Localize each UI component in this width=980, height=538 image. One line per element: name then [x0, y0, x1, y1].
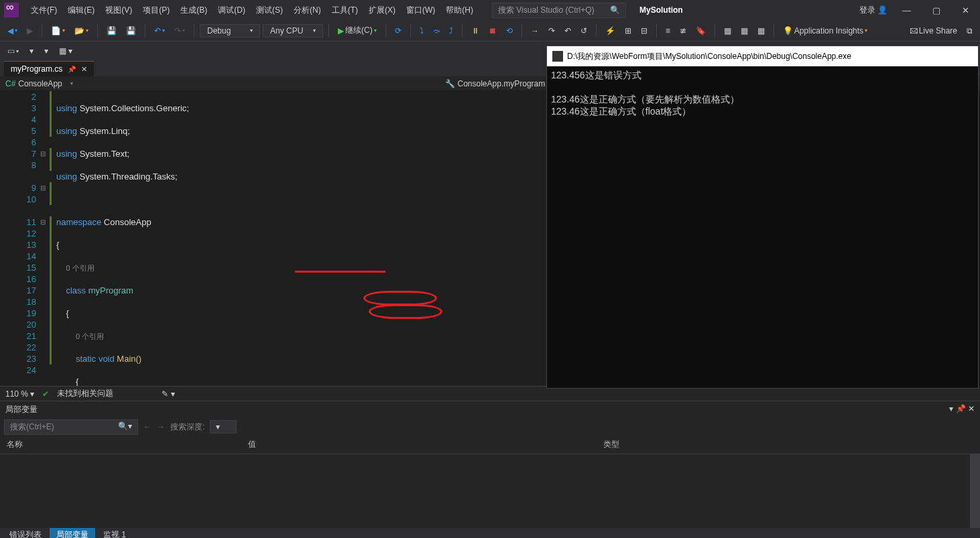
- liveshare-button[interactable]: 🖂 Live Share: [906, 24, 961, 38]
- tb-icon-6[interactable]: ▦: [754, 24, 768, 38]
- panel-pin-icon[interactable]: 📌: [956, 404, 966, 413]
- step-button-2[interactable]: ↶: [561, 24, 574, 38]
- panel-close-icon[interactable]: ✕: [968, 404, 975, 413]
- feedback-button[interactable]: ⧉: [963, 24, 976, 38]
- locals-body[interactable]: [0, 454, 980, 528]
- chevron-down-icon[interactable]: ▾: [66, 80, 77, 86]
- tb-icon-3[interactable]: ⊟: [637, 24, 651, 38]
- tab-close-icon[interactable]: ✕: [81, 65, 87, 74]
- bookmark-button[interactable]: 🔖: [692, 24, 709, 38]
- restart-debug-button[interactable]: ⟲: [503, 24, 516, 38]
- minimize-button[interactable]: —: [896, 3, 918, 18]
- maximize-button[interactable]: ▢: [926, 3, 947, 18]
- menu-window[interactable]: 窗口(W): [401, 2, 440, 19]
- open-file-button[interactable]: 📂▾: [71, 24, 92, 38]
- save-button[interactable]: 💾: [103, 24, 120, 38]
- issues-label: 未找到相关问题: [57, 388, 113, 399]
- panel-controls: ▾ 📌 ✕: [949, 404, 975, 415]
- nav-back-button[interactable]: ◀ ▾: [4, 24, 21, 38]
- step-into-button[interactable]: ⤵: [416, 24, 427, 38]
- stop-button[interactable]: ⏹: [485, 24, 500, 38]
- depth-combo[interactable]: ▾: [210, 420, 237, 433]
- menu-build[interactable]: 生成(B): [175, 2, 212, 19]
- login-link[interactable]: 登录 👤: [859, 5, 887, 16]
- check-icon: ✔: [42, 389, 49, 399]
- nav-prev-icon[interactable]: ←: [143, 422, 151, 431]
- app-insights-button[interactable]: 💡 Application Insights ▾: [780, 24, 871, 38]
- search-placeholder: 搜索 Visual Studio (Ctrl+Q): [498, 5, 595, 16]
- menu-help[interactable]: 帮助(H): [440, 2, 479, 19]
- platform-combo[interactable]: Any CPU▾: [263, 24, 323, 38]
- scrollbar[interactable]: [970, 454, 980, 528]
- save-all-button[interactable]: 💾: [123, 24, 139, 38]
- menu-extensions[interactable]: 扩展(X): [363, 2, 401, 19]
- locals-column-headers: 名称 值 类型: [0, 435, 980, 454]
- menu-edit[interactable]: 编辑(E): [62, 2, 100, 19]
- zoom-combo[interactable]: 110 % ▾: [5, 389, 34, 399]
- undo-button[interactable]: ↶▾: [151, 24, 168, 38]
- col-type[interactable]: 类型: [597, 438, 626, 452]
- console-window[interactable]: D:\我的资源\WebForm项目\MySolution\ConsoleApp\…: [546, 46, 979, 389]
- nav-next-icon[interactable]: →: [157, 422, 165, 431]
- step-over-button[interactable]: ⤼: [430, 24, 443, 38]
- tb-icon-2[interactable]: ⊞: [621, 24, 635, 38]
- comment-button[interactable]: ≡: [662, 24, 674, 38]
- panel-title-text: 局部变量: [5, 404, 38, 415]
- tb-icon-1[interactable]: ⚡: [602, 24, 619, 38]
- menu-tools[interactable]: 工具(T): [326, 2, 363, 19]
- menu-file[interactable]: 文件(F): [25, 2, 62, 19]
- pause-button[interactable]: ⏸: [468, 24, 483, 38]
- close-button[interactable]: ✕: [955, 3, 976, 18]
- menu-analyze[interactable]: 分析(N): [288, 2, 326, 19]
- fold-icon[interactable]: ⊟: [40, 216, 46, 228]
- col-value[interactable]: 值: [241, 438, 597, 452]
- document-tab-active[interactable]: myProgram.cs 📌 ✕: [4, 61, 94, 76]
- menu-view[interactable]: 视图(V): [100, 2, 137, 19]
- tb2-icon[interactable]: ▦ ▾: [56, 44, 76, 58]
- tb-icon-5[interactable]: ▦: [737, 24, 751, 38]
- console-titlebar[interactable]: D:\我的资源\WebForm项目\MySolution\ConsoleApp\…: [547, 46, 978, 66]
- tab-locals[interactable]: 局部变量: [50, 528, 95, 539]
- panel-dropdown-icon[interactable]: ▾: [949, 404, 953, 413]
- redo-button[interactable]: ↷▾: [171, 24, 188, 38]
- search-icon: 🔍▾: [118, 421, 132, 433]
- thread-combo[interactable]: ▾: [26, 44, 37, 58]
- nav-fwd-button[interactable]: ▶: [23, 24, 36, 38]
- pin-icon[interactable]: 📌: [68, 66, 76, 73]
- menu-project[interactable]: 项目(P): [137, 2, 175, 19]
- search-icon: 🔍: [610, 5, 620, 15]
- menu-test[interactable]: 测试(S): [251, 2, 288, 19]
- title-bar: 文件(F) 编辑(E) 视图(V) 项目(P) 生成(B) 调试(D) 测试(S…: [0, 0, 980, 20]
- step-button-1[interactable]: ↷: [545, 24, 558, 38]
- vs-logo-icon: [4, 3, 19, 17]
- stack-combo[interactable]: ▾: [41, 44, 52, 58]
- show-next-stmt-button[interactable]: →: [528, 24, 542, 38]
- col-name[interactable]: 名称: [0, 438, 241, 452]
- standard-toolbar: ◀ ▾ ▶ 📄▾ 📂▾ 💾 💾 ↶▾ ↷▾ Debug▾ Any CPU▾ ▶ …: [0, 20, 980, 42]
- step-out-button[interactable]: ⤴: [446, 24, 456, 38]
- new-project-button[interactable]: 📄▾: [48, 24, 68, 38]
- tab-watch1[interactable]: 监视 1: [97, 528, 133, 539]
- fold-icon[interactable]: ⊟: [40, 148, 46, 159]
- locals-search-input[interactable]: 搜索(Ctrl+E) 🔍▾: [4, 419, 138, 435]
- process-combo[interactable]: ▭ ▾: [4, 44, 22, 58]
- menu-debug[interactable]: 调试(D): [212, 2, 251, 19]
- bottom-tab-strip: 错误列表 局部变量 监视 1: [0, 528, 980, 538]
- depth-label: 搜索深度:: [170, 421, 204, 433]
- tab-label: myProgram.cs: [11, 64, 62, 74]
- fold-icon[interactable]: ⊟: [40, 182, 46, 194]
- line-number-gutter: 2 3 4 5 6 7⊟ 8 9⊟ 10 11⊟ 12 13 14 15 16 …: [0, 91, 50, 386]
- tb-icon-4[interactable]: ▦: [721, 24, 735, 38]
- breadcrumb-class[interactable]: 🔧 ConsoleApp.myProgram: [445, 79, 546, 88]
- config-combo[interactable]: Debug▾: [200, 24, 260, 38]
- tool-icon[interactable]: ✎ ▾: [162, 389, 174, 399]
- start-button[interactable]: ▶ 继续(C) ▾: [334, 23, 380, 38]
- breadcrumb-project[interactable]: C# ConsoleApp: [5, 79, 62, 88]
- console-output: 123.456这是错误方式 123.46这是正确方式（要先解析为数值格式） 12…: [547, 66, 978, 120]
- uncomment-button[interactable]: ≢: [676, 24, 690, 38]
- step-button-3[interactable]: ↺: [577, 24, 591, 38]
- tab-error-list[interactable]: 错误列表: [3, 528, 48, 539]
- quick-launch-search[interactable]: 搜索 Visual Studio (Ctrl+Q) 🔍: [492, 3, 626, 18]
- locals-panel: 局部变量 ▾ 📌 ✕ 搜索(Ctrl+E) 🔍▾ ← → 搜索深度: ▾ 名称 …: [0, 401, 980, 528]
- restart-button[interactable]: ⟳: [391, 24, 405, 38]
